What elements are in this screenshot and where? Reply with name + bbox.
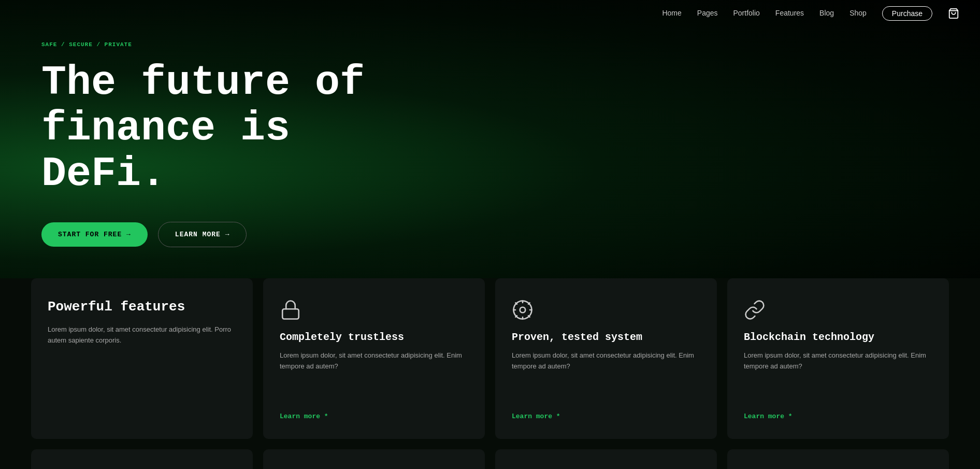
card-text-powerful: Lorem ipsum dolor, sit amet consectetur … bbox=[48, 324, 236, 420]
bottom-card-4 bbox=[727, 449, 949, 469]
nav-link-portfolio[interactable]: Portfolio bbox=[733, 9, 760, 17]
bottom-card-3 bbox=[495, 449, 717, 469]
chain-icon bbox=[744, 299, 766, 321]
hero-title: The future of finance is DeFi. bbox=[41, 60, 404, 197]
learn-more-button[interactable]: LEARN MORE → bbox=[158, 222, 247, 247]
card-trustless: Completely trustless Lorem ipsum dolor, … bbox=[263, 278, 485, 439]
card-tested-system: Proven, tested system Lorem ipsum dolor,… bbox=[495, 278, 717, 439]
card-link-trustless[interactable]: Learn more * bbox=[280, 413, 468, 420]
cards-grid: Powerful features Lorem ipsum dolor, sit… bbox=[31, 278, 949, 439]
hero-buttons: START FOR FREE → LEARN MORE → bbox=[41, 222, 939, 247]
nav-item-blog[interactable]: Blog bbox=[819, 9, 834, 18]
card-title-blockchain: Blockchain technology bbox=[744, 331, 932, 343]
bottom-card-2 bbox=[263, 449, 485, 469]
nav-item-pages[interactable]: Pages bbox=[697, 9, 718, 18]
card-link-blockchain[interactable]: Learn more * bbox=[744, 413, 932, 420]
card-blockchain: Blockchain technology Lorem ipsum dolor,… bbox=[727, 278, 949, 439]
card-link-tested[interactable]: Learn more * bbox=[512, 413, 700, 420]
nav-link-features[interactable]: Features bbox=[775, 9, 804, 17]
bottom-cards-row bbox=[31, 449, 949, 469]
bottom-card-1 bbox=[31, 449, 253, 469]
svg-rect-1 bbox=[282, 309, 299, 319]
card-text-tested: Lorem ipsum dolor, sit amet consectetur … bbox=[512, 350, 700, 403]
card-title-powerful: Powerful features bbox=[48, 299, 236, 315]
nav-item-features[interactable]: Features bbox=[775, 9, 804, 18]
nav-link-blog[interactable]: Blog bbox=[819, 9, 834, 17]
nav-item-portfolio[interactable]: Portfolio bbox=[733, 9, 760, 18]
nav-links: Home Pages Portfolio Features Blog Shop … bbox=[662, 6, 959, 21]
nav-item-shop[interactable]: Shop bbox=[849, 9, 867, 18]
cards-section: Powerful features Lorem ipsum dolor, sit… bbox=[0, 278, 980, 469]
navbar: Home Pages Portfolio Features Blog Shop … bbox=[0, 0, 980, 27]
gear-circle-icon bbox=[512, 299, 534, 321]
hero-eyebrow: SAFE / SECURE / PRIVATE bbox=[41, 41, 939, 48]
card-title-tested: Proven, tested system bbox=[512, 331, 700, 343]
cart-icon[interactable] bbox=[948, 8, 959, 19]
lock-icon bbox=[280, 299, 301, 321]
card-title-trustless: Completely trustless bbox=[280, 331, 468, 343]
nav-link-home[interactable]: Home bbox=[662, 9, 681, 17]
purchase-button[interactable]: Purchase bbox=[882, 6, 932, 21]
card-text-blockchain: Lorem ipsum dolor, sit amet consectetur … bbox=[744, 350, 932, 403]
nav-link-shop[interactable]: Shop bbox=[849, 9, 867, 17]
card-text-trustless: Lorem ipsum dolor, sit amet consectetur … bbox=[280, 350, 468, 403]
hero-section: SAFE / SECURE / PRIVATE The future of fi… bbox=[0, 0, 980, 278]
svg-point-3 bbox=[520, 307, 526, 313]
card-powerful-features: Powerful features Lorem ipsum dolor, sit… bbox=[31, 278, 253, 439]
start-free-button[interactable]: START FOR FREE → bbox=[41, 222, 148, 247]
nav-item-home[interactable]: Home bbox=[662, 9, 681, 18]
nav-link-pages[interactable]: Pages bbox=[697, 9, 718, 17]
